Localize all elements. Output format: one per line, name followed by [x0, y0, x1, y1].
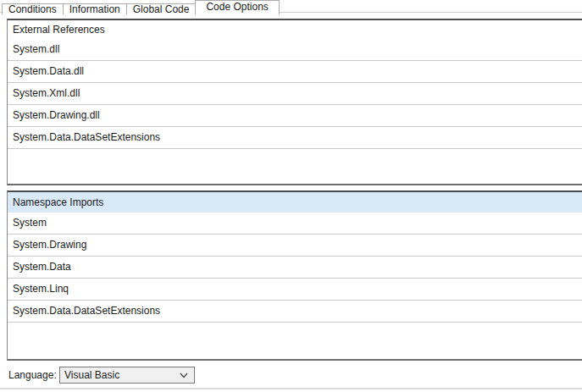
chevron-down-icon	[180, 373, 188, 378]
list-item[interactable]: System.Data.DataSetExtensions	[8, 301, 582, 323]
tab-bar: Conditions Information Global Code Code …	[2, 0, 279, 14]
bottom-divider	[0, 388, 582, 389]
list-item[interactable]: System.Data.DataSetExtensions	[8, 127, 582, 149]
list-item[interactable]: System.Drawing.dll	[8, 105, 582, 127]
tab-global-code[interactable]: Global Code	[126, 3, 197, 14]
namespace-imports-header[interactable]: Namespace Imports	[8, 192, 582, 213]
list-item[interactable]: System	[8, 213, 582, 235]
external-references-list: External References System.dll System.Da…	[7, 19, 582, 185]
language-select[interactable]: Visual Basic	[59, 367, 195, 384]
tab-conditions[interactable]: Conditions	[2, 3, 64, 14]
list-item[interactable]: System.Data.dll	[8, 61, 582, 83]
namespace-imports-list: Namespace Imports System System.Drawing …	[7, 190, 582, 361]
list-item[interactable]: System.Drawing	[8, 235, 582, 257]
language-selected-value: Visual Basic	[64, 369, 119, 381]
list-item[interactable]: System.dll	[8, 39, 582, 61]
language-label: Language:	[8, 367, 57, 384]
list-item[interactable]: System.Linq	[8, 279, 582, 301]
external-references-header[interactable]: External References	[8, 20, 582, 39]
tab-code-options[interactable]: Code Options	[195, 0, 279, 14]
list-item[interactable]: System.Xml.dll	[8, 83, 582, 105]
list-item[interactable]: System.Data	[8, 257, 582, 279]
tab-information[interactable]: Information	[63, 3, 127, 14]
